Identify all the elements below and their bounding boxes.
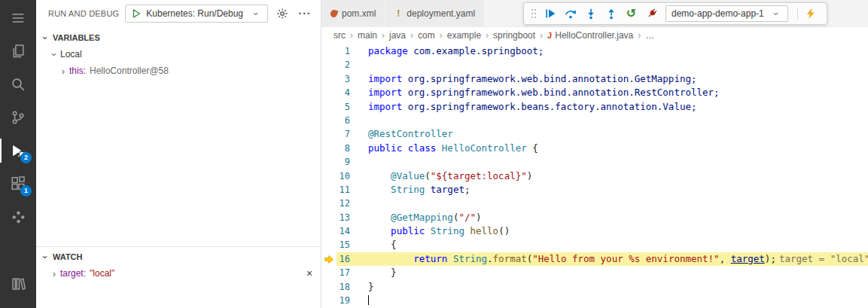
glyph-margin[interactable] bbox=[321, 197, 337, 210]
debug-restart-button[interactable]: ↺ bbox=[622, 5, 641, 23]
code-line-5[interactable]: 5import org.springframework.beans.factor… bbox=[321, 100, 868, 114]
glyph-margin[interactable] bbox=[321, 238, 337, 252]
chevron-down-icon: › bbox=[41, 32, 50, 44]
variable-row-this[interactable]: › this: HelloController@58 bbox=[36, 63, 321, 79]
code-line-11[interactable]: 11 String target; bbox=[321, 183, 868, 197]
line-number[interactable]: 16 bbox=[337, 252, 350, 266]
explorer-button[interactable] bbox=[0, 35, 36, 68]
line-number[interactable]: 15 bbox=[337, 238, 350, 252]
breadcrumb-item-file[interactable]: HelloController.java bbox=[555, 30, 633, 41]
breadcrumb-item[interactable]: … bbox=[645, 30, 654, 41]
remove-watch-button[interactable]: × bbox=[303, 267, 316, 280]
code-text bbox=[350, 294, 369, 307]
line-number[interactable]: 1 bbox=[337, 44, 350, 58]
line-number[interactable]: 19 bbox=[337, 294, 350, 307]
run-and-debug-button[interactable]: 2 bbox=[0, 134, 36, 167]
code-line-13[interactable]: 13 @GetMapping("/") bbox=[321, 211, 868, 224]
chevron-down-icon: › bbox=[251, 8, 261, 20]
glyph-margin[interactable] bbox=[321, 86, 337, 99]
code-line-3[interactable]: 3import org.springframework.web.bind.ann… bbox=[321, 72, 868, 86]
code-editor[interactable]: 1package com.example.springboot;23import… bbox=[321, 44, 868, 308]
line-number[interactable]: 5 bbox=[337, 100, 350, 114]
breadcrumb-item[interactable]: springboot bbox=[493, 30, 535, 41]
variables-section-header[interactable]: › VARIABLES bbox=[36, 29, 321, 46]
code-line-1[interactable]: 1package com.example.springboot; bbox=[321, 44, 868, 58]
menu-button[interactable] bbox=[0, 2, 36, 35]
code-line-19[interactable]: 19 bbox=[321, 294, 868, 307]
breadcrumb-item[interactable]: main bbox=[358, 30, 377, 41]
drag-handle[interactable] bbox=[531, 9, 533, 11]
watch-section-header[interactable]: › WATCH bbox=[36, 249, 321, 265]
glyph-margin[interactable] bbox=[321, 44, 337, 58]
glyph-margin[interactable] bbox=[321, 252, 337, 266]
line-number[interactable]: 6 bbox=[337, 114, 350, 127]
launch-config-dropdown[interactable]: Kubernetes: Run/Debug › bbox=[125, 5, 268, 23]
code-line-4[interactable]: 4import org.springframework.web.bind.ann… bbox=[321, 86, 868, 99]
glyph-margin[interactable] bbox=[321, 127, 337, 141]
code-line-16[interactable]: 16 return String.format("Hello from your… bbox=[321, 252, 868, 266]
debug-step-out-button[interactable] bbox=[602, 5, 620, 23]
glyph-margin[interactable] bbox=[321, 224, 337, 238]
debug-continue-button[interactable] bbox=[541, 5, 559, 23]
glyph-margin[interactable] bbox=[321, 58, 337, 72]
hot-reload-button[interactable] bbox=[802, 5, 821, 23]
line-number[interactable]: 11 bbox=[337, 183, 350, 197]
start-debug-play-icon bbox=[131, 8, 142, 19]
extensions-button[interactable]: 1 bbox=[0, 167, 36, 200]
search-button[interactable] bbox=[0, 68, 36, 101]
glyph-margin[interactable] bbox=[321, 114, 337, 127]
settings-gear-button[interactable] bbox=[274, 5, 291, 22]
glyph-margin[interactable] bbox=[321, 183, 337, 197]
glyph-margin[interactable] bbox=[321, 266, 337, 279]
breadcrumb-item[interactable]: com bbox=[418, 30, 435, 41]
code-line-9[interactable]: 9 bbox=[321, 155, 868, 169]
breadcrumb-item[interactable]: src bbox=[333, 30, 346, 41]
debug-session-dropdown[interactable]: demo-app-demo-app-1 › bbox=[665, 5, 788, 22]
code-line-15[interactable]: 15 { bbox=[321, 238, 868, 252]
debug-step-into-button[interactable] bbox=[581, 5, 600, 23]
line-number[interactable]: 10 bbox=[337, 169, 350, 183]
code-line-8[interactable]: 8public class HelloController { bbox=[321, 142, 868, 155]
line-number[interactable]: 8 bbox=[337, 142, 350, 155]
debug-step-over-button[interactable] bbox=[561, 5, 580, 23]
code-line-7[interactable]: 7@RestController bbox=[321, 127, 868, 141]
library-button[interactable] bbox=[0, 267, 36, 300]
line-number[interactable]: 14 bbox=[337, 224, 350, 238]
line-number[interactable]: 12 bbox=[337, 197, 350, 210]
code-lines: 1package com.example.springboot;23import… bbox=[321, 44, 868, 307]
glyph-margin[interactable] bbox=[321, 142, 337, 155]
source-control-button[interactable] bbox=[0, 101, 36, 134]
glyph-margin[interactable] bbox=[321, 294, 337, 307]
line-number[interactable]: 18 bbox=[337, 280, 350, 294]
line-number[interactable]: 17 bbox=[337, 266, 350, 279]
line-number[interactable]: 7 bbox=[337, 127, 350, 141]
glyph-margin[interactable] bbox=[321, 211, 337, 224]
breadcrumb-item[interactable]: example bbox=[447, 30, 481, 41]
code-line-2[interactable]: 2 bbox=[321, 58, 868, 72]
tab-deployment-yaml[interactable]: ! deployment.yaml bbox=[385, 0, 485, 26]
library-icon bbox=[11, 276, 26, 291]
code-line-6[interactable]: 6 bbox=[321, 114, 868, 127]
variables-scope-local[interactable]: › Local bbox=[36, 46, 321, 63]
line-number[interactable]: 9 bbox=[337, 155, 350, 169]
code-line-10[interactable]: 10 @Value("${target:local}") bbox=[321, 169, 868, 183]
code-line-12[interactable]: 12 bbox=[321, 197, 868, 210]
line-number[interactable]: 2 bbox=[337, 58, 350, 72]
line-number[interactable]: 4 bbox=[337, 86, 350, 99]
tab-pom-xml[interactable]: pom.xml bbox=[321, 0, 385, 26]
glyph-margin[interactable] bbox=[321, 155, 337, 169]
line-number[interactable]: 13 bbox=[337, 211, 350, 224]
code-line-14[interactable]: 14 public String hello() bbox=[321, 224, 868, 238]
more-actions-button[interactable]: ··· bbox=[297, 5, 313, 22]
watch-row-target[interactable]: › target: "local" × bbox=[36, 265, 321, 282]
debug-disconnect-button[interactable] bbox=[642, 5, 661, 23]
glyph-margin[interactable] bbox=[321, 72, 337, 86]
code-line-17[interactable]: 17 } bbox=[321, 266, 868, 279]
breadcrumb-item[interactable]: java bbox=[389, 30, 406, 41]
cloud-code-button[interactable] bbox=[0, 200, 36, 233]
glyph-margin[interactable] bbox=[321, 169, 337, 183]
line-number[interactable]: 3 bbox=[337, 72, 350, 86]
glyph-margin[interactable] bbox=[321, 280, 337, 294]
glyph-margin[interactable] bbox=[321, 100, 337, 114]
code-line-18[interactable]: 18} bbox=[321, 280, 868, 294]
